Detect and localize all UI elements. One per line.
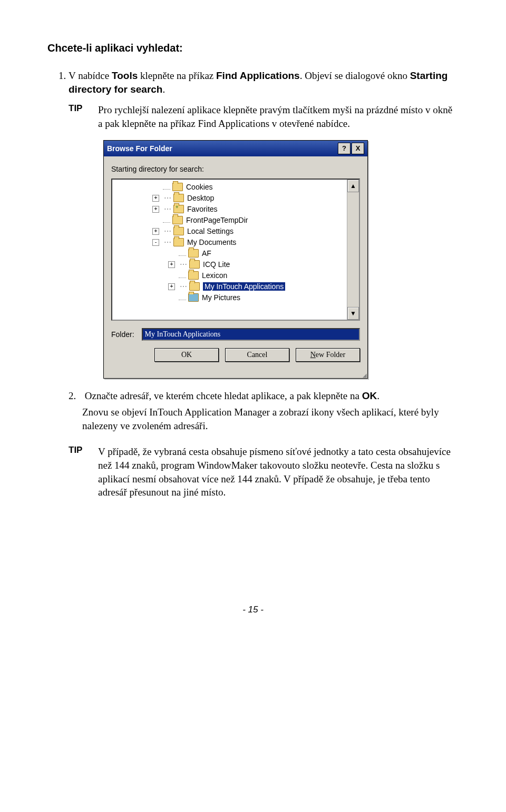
tree-item-label: Cookies xyxy=(186,183,213,191)
folder-icon xyxy=(173,227,184,235)
tree-item-label: My Pictures xyxy=(202,293,240,302)
tree-item[interactable]: My Pictures xyxy=(112,292,358,303)
tree-scrollbar[interactable]: ▲ ▼ xyxy=(347,180,359,320)
tree-item[interactable]: -⋯My Documents xyxy=(112,237,358,248)
step-1: V nabídce Tools klepněte na příkaz Find … xyxy=(69,69,459,96)
folder-input[interactable] xyxy=(142,328,360,341)
tree-item[interactable]: +⋯ICQ Lite xyxy=(112,259,358,270)
tree-item[interactable]: +⋯Local Settings xyxy=(112,226,358,237)
collapse-icon[interactable]: - xyxy=(152,239,159,246)
tree-item-label: FrontPageTempDir xyxy=(186,216,248,224)
dialog-titlebar[interactable]: Browse For Folder ? X xyxy=(104,141,367,156)
tree-item[interactable]: AF xyxy=(112,248,358,259)
tree-item-label: Lexicon xyxy=(202,271,227,280)
tree-item-label: My InTouch Applications xyxy=(203,282,285,291)
tree-item[interactable]: +⋯Favorites xyxy=(112,204,358,215)
step-2: Označte adresář, ve kterém chcete hledat… xyxy=(85,390,380,401)
tip-label: TIP xyxy=(69,103,98,130)
tree-item[interactable]: +⋯My InTouch Applications xyxy=(112,281,358,292)
folder-icon xyxy=(189,282,200,291)
step-2-para: Znovu se objeví InTouch Application Mana… xyxy=(82,405,459,432)
section-heading: Chcete-li aplikaci vyhledat: xyxy=(47,42,459,54)
expand-icon[interactable]: + xyxy=(168,283,175,290)
folder-icon xyxy=(172,216,183,224)
folder-icon xyxy=(173,194,184,202)
tip-text: V případě, že vybraná cesta obsahuje pís… xyxy=(98,445,459,499)
folder-label: Folder: xyxy=(111,330,134,339)
folder-tree[interactable]: Cookies+⋯Desktop+⋯FavoritesFrontPageTemp… xyxy=(111,179,360,321)
close-button[interactable]: X xyxy=(352,143,364,154)
tree-item[interactable]: Cookies xyxy=(112,182,358,193)
dialog-prompt: Starting directory for search: xyxy=(111,165,360,173)
browse-folder-dialog: Browse For Folder ? X Starting directory… xyxy=(103,140,368,379)
tree-item-label: Favorites xyxy=(187,205,218,213)
tree-item-label: AF xyxy=(202,249,211,258)
expand-icon[interactable]: + xyxy=(152,206,159,213)
tip-text: Pro rychlejší nalezení aplikace klepněte… xyxy=(98,103,459,130)
tree-item-label: Desktop xyxy=(187,194,214,202)
folder-icon xyxy=(189,260,200,269)
dialog-title: Browse For Folder xyxy=(107,144,172,153)
expand-icon[interactable]: + xyxy=(152,228,159,235)
resize-grip-icon[interactable]: ◢ xyxy=(104,372,367,378)
tree-item[interactable]: Lexicon xyxy=(112,270,358,281)
folder-icon xyxy=(173,205,184,213)
ok-button[interactable]: OK xyxy=(154,348,219,362)
folder-icon xyxy=(188,293,199,302)
expand-icon[interactable]: + xyxy=(168,261,175,268)
folder-icon xyxy=(188,249,199,258)
step-2-number: 2. xyxy=(69,389,82,403)
tree-item[interactable]: +⋯Desktop xyxy=(112,193,358,204)
tree-item[interactable]: FrontPageTempDir xyxy=(112,215,358,226)
page-number: - 15 - xyxy=(47,605,459,615)
tree-item-label: ICQ Lite xyxy=(203,260,230,269)
expand-icon[interactable]: + xyxy=(152,195,159,202)
folder-icon xyxy=(188,271,199,280)
tip-1: TIP Pro rychlejší nalezení aplikace klep… xyxy=(69,103,459,130)
tip-2: TIP V případě, že vybraná cesta obsahuje… xyxy=(69,445,459,499)
folder-icon xyxy=(173,238,184,246)
tip-label: TIP xyxy=(69,445,98,499)
help-button[interactable]: ? xyxy=(338,143,351,154)
tree-item-label: My Documents xyxy=(187,238,236,246)
new-folder-button[interactable]: New Folder xyxy=(296,348,360,362)
tree-item-label: Local Settings xyxy=(187,227,233,235)
scroll-down-icon[interactable]: ▼ xyxy=(347,307,359,320)
folder-icon xyxy=(172,183,183,191)
scroll-up-icon[interactable]: ▲ xyxy=(347,180,359,192)
cancel-button[interactable]: Cancel xyxy=(225,348,289,362)
